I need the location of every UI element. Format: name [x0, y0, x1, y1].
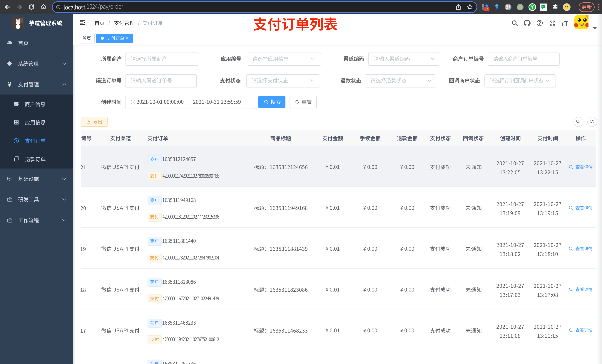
svg-text:10: 10	[485, 8, 488, 11]
